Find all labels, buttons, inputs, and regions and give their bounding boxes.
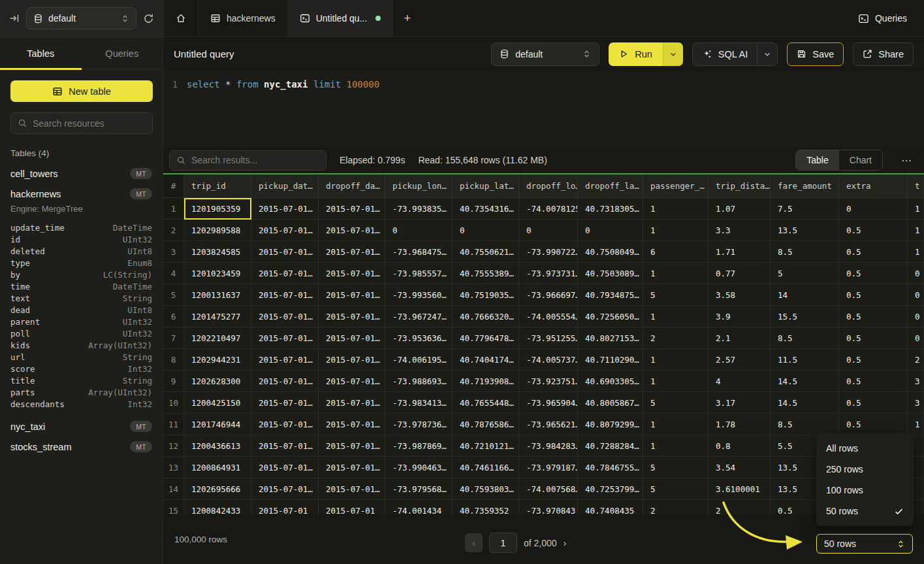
- table-cell[interactable]: 40.7508049…: [578, 241, 643, 263]
- table-cell[interactable]: -73.985557…: [385, 263, 453, 284]
- next-page-button[interactable]: ›: [564, 537, 567, 548]
- sidebar-table-hackernews[interactable]: hackernewsMT: [0, 184, 163, 204]
- page-number-input[interactable]: [489, 533, 517, 553]
- view-toggle-chart[interactable]: Chart: [839, 150, 882, 170]
- table-cell[interactable]: 2015-07-01…: [319, 478, 385, 500]
- table-cell[interactable]: 2015-07-01: [319, 500, 385, 514]
- table-cell[interactable]: -73.968475…: [385, 241, 453, 263]
- table-cell[interactable]: 5: [771, 263, 839, 284]
- table-cell[interactable]: 1: [643, 198, 709, 220]
- table-cell[interactable]: 3.6100001: [709, 478, 771, 500]
- table-cell[interactable]: 2015-07-01…: [319, 220, 385, 241]
- table-cell[interactable]: 0: [385, 220, 453, 241]
- table-cell[interactable]: 40.7655448…: [453, 392, 519, 414]
- table-cell[interactable]: 2015-07-01…: [251, 284, 319, 306]
- table-cell[interactable]: 8.5: [771, 327, 839, 349]
- table-cell[interactable]: 40.7256050…: [578, 306, 643, 327]
- column-header-dropoff_la…[interactable]: dropoff_la…: [578, 174, 643, 198]
- row-number-cell[interactable]: 6: [163, 306, 184, 327]
- table-cell[interactable]: 40.8027153…: [578, 327, 643, 349]
- row-number-cell[interactable]: 11: [163, 414, 184, 435]
- column-header-pickup_dat…[interactable]: pickup_dat…: [251, 174, 319, 198]
- column-row[interactable]: typeEnum8: [0, 257, 163, 269]
- table-cell[interactable]: -73.951255…: [519, 327, 578, 349]
- sql-editor[interactable]: 1 select * from nyc_taxi limit 100000: [163, 71, 924, 147]
- table-cell[interactable]: 15.5: [771, 306, 839, 327]
- table-cell[interactable]: 5: [643, 392, 709, 414]
- table-cell[interactable]: 1: [643, 220, 709, 241]
- table-cell[interactable]: 40.7288284…: [578, 435, 643, 457]
- table-cell[interactable]: -73.993560…: [385, 284, 453, 306]
- table-cell[interactable]: -74.007568…: [519, 478, 578, 500]
- table-cell[interactable]: 3.9: [709, 306, 771, 327]
- column-row[interactable]: idUInt32: [0, 233, 163, 245]
- row-number-cell[interactable]: 7: [163, 327, 184, 349]
- column-header-t[interactable]: t: [908, 174, 924, 198]
- table-cell[interactable]: 2015-07-01…: [319, 414, 385, 435]
- table-cell[interactable]: 0.5: [839, 349, 908, 371]
- table-cell[interactable]: 2015-07-01…: [319, 198, 385, 220]
- table-cell[interactable]: 40.7876586…: [453, 414, 519, 435]
- table-cell[interactable]: 0.5: [839, 414, 908, 435]
- table-cell[interactable]: 1: [908, 414, 924, 435]
- row-number-cell[interactable]: 1: [163, 198, 184, 220]
- page-size-select[interactable]: 50 rows: [816, 534, 913, 554]
- table-cell[interactable]: 0: [519, 220, 578, 241]
- table-cell[interactable]: 0.5: [839, 241, 908, 263]
- column-header-trip_dista…[interactable]: trip_dista…: [709, 174, 771, 198]
- table-cell[interactable]: 40.7253799…: [578, 478, 643, 500]
- table-cell[interactable]: 1201905359: [184, 198, 251, 220]
- table-cell[interactable]: 2015-07-01…: [319, 263, 385, 284]
- table-cell[interactable]: 1: [643, 349, 709, 371]
- sidebar-table-stocks_stream[interactable]: stocks_streamMT: [0, 437, 163, 457]
- table-cell[interactable]: 40.7550621…: [453, 241, 519, 263]
- table-cell[interactable]: 2015-07-01…: [251, 457, 319, 478]
- table-cell[interactable]: -73.965621…: [519, 414, 578, 435]
- sidebar-tab-tables[interactable]: Tables: [0, 37, 82, 69]
- table-cell[interactable]: 2: [709, 500, 771, 514]
- table-cell[interactable]: 40.7110290…: [578, 349, 643, 371]
- table-cell[interactable]: 5: [643, 478, 709, 500]
- table-cell[interactable]: 2015-07-01…: [251, 478, 319, 500]
- sql-ai-button[interactable]: SQL AI: [692, 42, 757, 66]
- table-cell[interactable]: 13.5: [771, 220, 839, 241]
- results-search-input[interactable]: [191, 155, 319, 165]
- table-cell[interactable]: 7.5: [771, 198, 839, 220]
- table-cell[interactable]: 40.7934875…: [578, 284, 643, 306]
- table-cell[interactable]: 2015-07-01…: [251, 392, 319, 414]
- table-cell[interactable]: -73.970843: [519, 500, 578, 514]
- table-cell[interactable]: 0.77: [709, 263, 771, 284]
- table-cell[interactable]: -74.005737…: [519, 349, 578, 371]
- table-cell[interactable]: 14.5: [771, 371, 839, 392]
- run-options-button[interactable]: [663, 42, 683, 66]
- new-table-button[interactable]: New table: [10, 80, 153, 102]
- view-toggle-table[interactable]: Table: [796, 150, 838, 170]
- page-size-option-250-rows[interactable]: 250 rows: [816, 459, 914, 480]
- table-cell[interactable]: 4: [709, 371, 771, 392]
- column-header-#[interactable]: #: [163, 174, 184, 198]
- row-number-cell[interactable]: 2: [163, 220, 184, 241]
- table-cell[interactable]: -73.988693…: [385, 371, 453, 392]
- table-cell[interactable]: 1200436613: [184, 435, 251, 457]
- share-button[interactable]: Share: [853, 42, 914, 66]
- table-cell[interactable]: 1.07: [709, 198, 771, 220]
- row-number-cell[interactable]: 8: [163, 349, 184, 371]
- table-cell[interactable]: 40.7193908…: [453, 371, 519, 392]
- page-size-option-50-rows[interactable]: 50 rows: [816, 501, 914, 522]
- table-cell[interactable]: 1200131637: [184, 284, 251, 306]
- table-cell[interactable]: -74.001434: [385, 500, 453, 514]
- table-cell[interactable]: 40.7519035…: [453, 284, 519, 306]
- table-cell[interactable]: 40.6903305…: [578, 371, 643, 392]
- table-cell[interactable]: 1: [908, 220, 924, 241]
- table-cell[interactable]: -73.990722…: [519, 241, 578, 263]
- column-row[interactable]: update_timeDateTime: [0, 222, 163, 233]
- table-cell[interactable]: 11.5: [771, 349, 839, 371]
- table-cell[interactable]: 2015-07-01…: [319, 284, 385, 306]
- table-cell[interactable]: 1200425150: [184, 392, 251, 414]
- table-cell[interactable]: 2: [643, 500, 709, 514]
- table-cell[interactable]: 1202944231: [184, 349, 251, 371]
- resource-search-input[interactable]: [33, 118, 146, 129]
- table-cell[interactable]: 0.5: [839, 327, 908, 349]
- table-cell[interactable]: 0.5: [839, 371, 908, 392]
- table-cell[interactable]: 0.5: [839, 306, 908, 327]
